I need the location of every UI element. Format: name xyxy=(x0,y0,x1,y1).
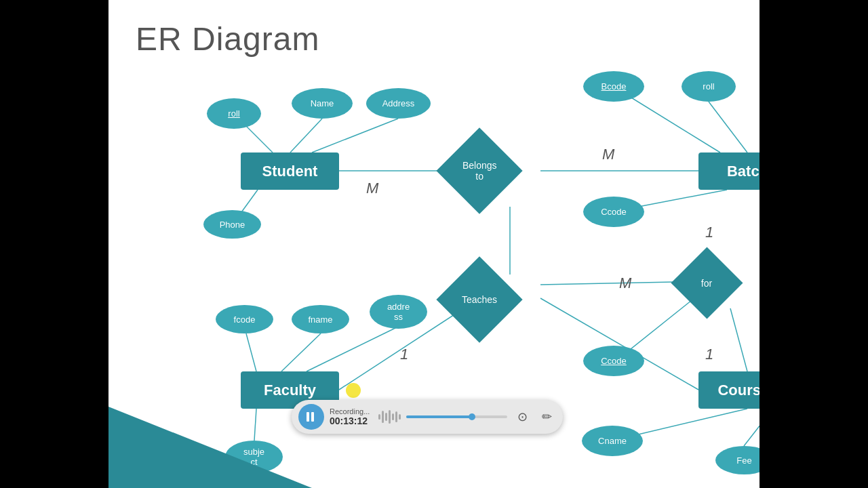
relationship-teaches: Teaches xyxy=(436,256,522,342)
attribute-roll-batch: roll xyxy=(682,71,736,102)
bottom-decoration xyxy=(108,407,312,488)
progress-track[interactable] xyxy=(406,415,507,418)
wave-bar-1 xyxy=(378,414,380,420)
svg-line-2 xyxy=(290,119,322,152)
relationship-for: for xyxy=(671,247,743,319)
attribute-fname: fname xyxy=(292,305,349,333)
pause-icon xyxy=(307,412,316,422)
microphone-button[interactable]: ⊙ xyxy=(513,407,532,426)
attribute-name: Name xyxy=(292,88,353,119)
page-title: ER Diagram xyxy=(136,20,319,58)
progress-fill xyxy=(406,415,472,418)
wave-bar-2 xyxy=(382,411,384,423)
entity-student: Student xyxy=(241,152,339,190)
svg-line-17 xyxy=(540,298,698,390)
attribute-ccode-lower: Ccode xyxy=(583,346,644,376)
attribute-cname: Cname xyxy=(582,426,643,456)
cardinality-m1: M xyxy=(602,146,614,163)
pause-bar-left xyxy=(307,412,309,422)
entity-batch: Batch xyxy=(698,152,760,190)
slide-container: ER Diagram xyxy=(108,0,760,488)
attribute-roll-student: roll xyxy=(207,98,261,129)
recording-bar: Recording... 00:13:12 ⊙ ✏ xyxy=(292,400,563,434)
wave-bar-4 xyxy=(389,410,391,424)
cardinality-m2: M xyxy=(366,180,378,197)
svg-line-14 xyxy=(281,333,321,371)
pen-button[interactable]: ✏ xyxy=(537,407,556,426)
cardinality-1-batch-for: 1 xyxy=(705,224,713,241)
svg-line-16 xyxy=(254,409,256,441)
attribute-ccode-upper: Ccode xyxy=(583,197,644,227)
wave-bar-7 xyxy=(399,414,401,420)
attribute-phone: Phone xyxy=(203,210,261,239)
attribute-bcode: Bcode xyxy=(583,71,644,102)
cardinality-1-courses: 1 xyxy=(705,346,713,363)
attribute-address: Address xyxy=(366,88,431,119)
relationship-belongs-to: Belongsto xyxy=(436,127,522,214)
attribute-fee: Fee xyxy=(715,446,760,474)
wave-bar-3 xyxy=(385,413,387,421)
recording-status: Recording... xyxy=(330,407,370,415)
svg-line-19 xyxy=(730,308,747,371)
pause-button[interactable] xyxy=(298,404,324,430)
wave-bar-6 xyxy=(395,411,397,422)
entity-courses: Courses xyxy=(698,371,760,409)
waveform-display xyxy=(378,410,401,424)
cardinality-m3: M xyxy=(619,274,631,292)
attribute-fcode-faculty: fcode xyxy=(216,305,273,333)
cardinality-1-faculty: 1 xyxy=(400,346,408,363)
recording-info: Recording... 00:13:12 xyxy=(330,407,370,426)
svg-line-22 xyxy=(744,409,760,446)
svg-line-13 xyxy=(246,333,256,371)
svg-line-7 xyxy=(709,102,747,152)
recording-time: 00:13:12 xyxy=(330,415,370,426)
pause-bar-right xyxy=(311,412,314,422)
wave-bar-5 xyxy=(392,413,394,420)
progress-thumb xyxy=(469,413,475,420)
cursor-highlight xyxy=(346,383,361,398)
attribute-address-faculty: address xyxy=(370,295,427,329)
svg-line-3 xyxy=(312,119,398,152)
